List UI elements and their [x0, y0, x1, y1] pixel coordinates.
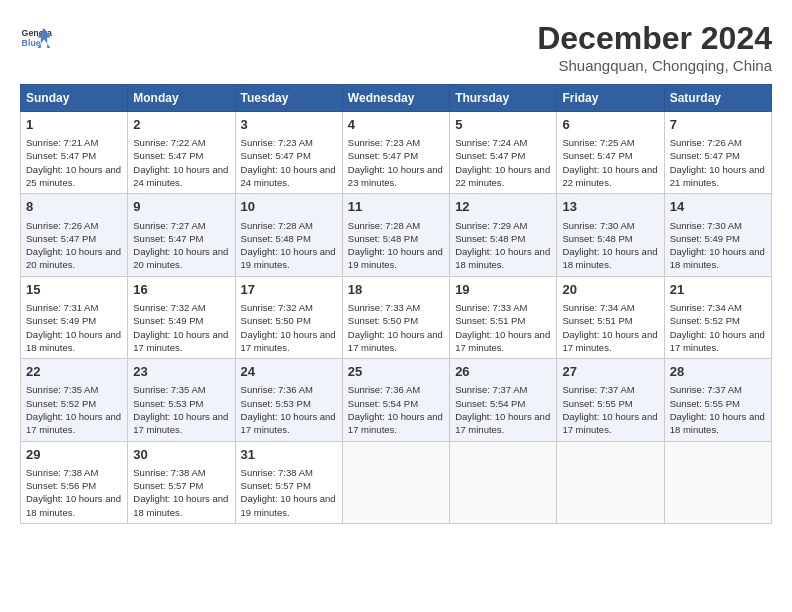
- day-info: Sunrise: 7:35 AMSunset: 5:52 PMDaylight:…: [26, 383, 122, 436]
- day-info: Sunrise: 7:28 AMSunset: 5:48 PMDaylight:…: [241, 219, 337, 272]
- day-number: 9: [133, 198, 229, 216]
- day-number: 12: [455, 198, 551, 216]
- calendar-cell: 2Sunrise: 7:22 AMSunset: 5:47 PMDaylight…: [128, 112, 235, 194]
- weekday-header-monday: Monday: [128, 85, 235, 112]
- day-info: Sunrise: 7:34 AMSunset: 5:52 PMDaylight:…: [670, 301, 766, 354]
- calendar-cell: 17Sunrise: 7:32 AMSunset: 5:50 PMDayligh…: [235, 276, 342, 358]
- page-header: General Blue December 2024 Shuangquan, C…: [20, 20, 772, 74]
- day-info: Sunrise: 7:32 AMSunset: 5:50 PMDaylight:…: [241, 301, 337, 354]
- day-info: Sunrise: 7:37 AMSunset: 5:54 PMDaylight:…: [455, 383, 551, 436]
- day-number: 10: [241, 198, 337, 216]
- calendar-cell: 7Sunrise: 7:26 AMSunset: 5:47 PMDaylight…: [664, 112, 771, 194]
- day-number: 15: [26, 281, 122, 299]
- day-number: 16: [133, 281, 229, 299]
- calendar-cell: 31Sunrise: 7:38 AMSunset: 5:57 PMDayligh…: [235, 441, 342, 523]
- day-number: 30: [133, 446, 229, 464]
- day-number: 6: [562, 116, 658, 134]
- day-info: Sunrise: 7:37 AMSunset: 5:55 PMDaylight:…: [670, 383, 766, 436]
- weekday-header-friday: Friday: [557, 85, 664, 112]
- day-info: Sunrise: 7:23 AMSunset: 5:47 PMDaylight:…: [241, 136, 337, 189]
- calendar-cell: [450, 441, 557, 523]
- day-number: 19: [455, 281, 551, 299]
- calendar-cell: 24Sunrise: 7:36 AMSunset: 5:53 PMDayligh…: [235, 359, 342, 441]
- calendar-cell: 23Sunrise: 7:35 AMSunset: 5:53 PMDayligh…: [128, 359, 235, 441]
- day-info: Sunrise: 7:26 AMSunset: 5:47 PMDaylight:…: [670, 136, 766, 189]
- day-number: 21: [670, 281, 766, 299]
- day-number: 22: [26, 363, 122, 381]
- day-info: Sunrise: 7:29 AMSunset: 5:48 PMDaylight:…: [455, 219, 551, 272]
- calendar-cell: [557, 441, 664, 523]
- weekday-header-thursday: Thursday: [450, 85, 557, 112]
- calendar-cell: 22Sunrise: 7:35 AMSunset: 5:52 PMDayligh…: [21, 359, 128, 441]
- calendar-cell: 5Sunrise: 7:24 AMSunset: 5:47 PMDaylight…: [450, 112, 557, 194]
- calendar-cell: 12Sunrise: 7:29 AMSunset: 5:48 PMDayligh…: [450, 194, 557, 276]
- day-info: Sunrise: 7:37 AMSunset: 5:55 PMDaylight:…: [562, 383, 658, 436]
- day-info: Sunrise: 7:38 AMSunset: 5:57 PMDaylight:…: [241, 466, 337, 519]
- calendar-cell: 19Sunrise: 7:33 AMSunset: 5:51 PMDayligh…: [450, 276, 557, 358]
- calendar-cell: 13Sunrise: 7:30 AMSunset: 5:48 PMDayligh…: [557, 194, 664, 276]
- day-number: 20: [562, 281, 658, 299]
- day-info: Sunrise: 7:36 AMSunset: 5:54 PMDaylight:…: [348, 383, 444, 436]
- day-number: 31: [241, 446, 337, 464]
- calendar-cell: 10Sunrise: 7:28 AMSunset: 5:48 PMDayligh…: [235, 194, 342, 276]
- calendar-cell: 20Sunrise: 7:34 AMSunset: 5:51 PMDayligh…: [557, 276, 664, 358]
- day-number: 2: [133, 116, 229, 134]
- calendar-cell: 3Sunrise: 7:23 AMSunset: 5:47 PMDaylight…: [235, 112, 342, 194]
- calendar-cell: 9Sunrise: 7:27 AMSunset: 5:47 PMDaylight…: [128, 194, 235, 276]
- logo: General Blue: [20, 20, 52, 52]
- day-info: Sunrise: 7:38 AMSunset: 5:56 PMDaylight:…: [26, 466, 122, 519]
- day-number: 11: [348, 198, 444, 216]
- logo-icon: General Blue: [20, 20, 52, 52]
- calendar-table: SundayMondayTuesdayWednesdayThursdayFrid…: [20, 84, 772, 524]
- day-info: Sunrise: 7:22 AMSunset: 5:47 PMDaylight:…: [133, 136, 229, 189]
- calendar-cell: 27Sunrise: 7:37 AMSunset: 5:55 PMDayligh…: [557, 359, 664, 441]
- day-info: Sunrise: 7:30 AMSunset: 5:48 PMDaylight:…: [562, 219, 658, 272]
- day-info: Sunrise: 7:31 AMSunset: 5:49 PMDaylight:…: [26, 301, 122, 354]
- day-number: 13: [562, 198, 658, 216]
- day-info: Sunrise: 7:28 AMSunset: 5:48 PMDaylight:…: [348, 219, 444, 272]
- day-info: Sunrise: 7:36 AMSunset: 5:53 PMDaylight:…: [241, 383, 337, 436]
- svg-text:Blue: Blue: [22, 38, 41, 48]
- calendar-cell: 26Sunrise: 7:37 AMSunset: 5:54 PMDayligh…: [450, 359, 557, 441]
- day-info: Sunrise: 7:24 AMSunset: 5:47 PMDaylight:…: [455, 136, 551, 189]
- calendar-cell: 8Sunrise: 7:26 AMSunset: 5:47 PMDaylight…: [21, 194, 128, 276]
- calendar-week-4: 22Sunrise: 7:35 AMSunset: 5:52 PMDayligh…: [21, 359, 772, 441]
- calendar-cell: 16Sunrise: 7:32 AMSunset: 5:49 PMDayligh…: [128, 276, 235, 358]
- weekday-header-sunday: Sunday: [21, 85, 128, 112]
- calendar-cell: 11Sunrise: 7:28 AMSunset: 5:48 PMDayligh…: [342, 194, 449, 276]
- day-number: 3: [241, 116, 337, 134]
- calendar-cell: 4Sunrise: 7:23 AMSunset: 5:47 PMDaylight…: [342, 112, 449, 194]
- day-number: 5: [455, 116, 551, 134]
- calendar-cell: 1Sunrise: 7:21 AMSunset: 5:47 PMDaylight…: [21, 112, 128, 194]
- calendar-cell: 30Sunrise: 7:38 AMSunset: 5:57 PMDayligh…: [128, 441, 235, 523]
- day-info: Sunrise: 7:35 AMSunset: 5:53 PMDaylight:…: [133, 383, 229, 436]
- day-info: Sunrise: 7:25 AMSunset: 5:47 PMDaylight:…: [562, 136, 658, 189]
- day-number: 24: [241, 363, 337, 381]
- day-number: 8: [26, 198, 122, 216]
- day-info: Sunrise: 7:27 AMSunset: 5:47 PMDaylight:…: [133, 219, 229, 272]
- title-block: December 2024 Shuangquan, Chongqing, Chi…: [537, 20, 772, 74]
- calendar-cell: 15Sunrise: 7:31 AMSunset: 5:49 PMDayligh…: [21, 276, 128, 358]
- day-info: Sunrise: 7:34 AMSunset: 5:51 PMDaylight:…: [562, 301, 658, 354]
- day-number: 28: [670, 363, 766, 381]
- weekday-header-saturday: Saturday: [664, 85, 771, 112]
- calendar-cell: 25Sunrise: 7:36 AMSunset: 5:54 PMDayligh…: [342, 359, 449, 441]
- calendar-cell: [342, 441, 449, 523]
- day-info: Sunrise: 7:33 AMSunset: 5:50 PMDaylight:…: [348, 301, 444, 354]
- day-number: 1: [26, 116, 122, 134]
- day-info: Sunrise: 7:23 AMSunset: 5:47 PMDaylight:…: [348, 136, 444, 189]
- day-number: 7: [670, 116, 766, 134]
- day-info: Sunrise: 7:21 AMSunset: 5:47 PMDaylight:…: [26, 136, 122, 189]
- calendar-cell: 6Sunrise: 7:25 AMSunset: 5:47 PMDaylight…: [557, 112, 664, 194]
- calendar-cell: 14Sunrise: 7:30 AMSunset: 5:49 PMDayligh…: [664, 194, 771, 276]
- location: Shuangquan, Chongqing, China: [537, 57, 772, 74]
- day-number: 25: [348, 363, 444, 381]
- month-title: December 2024: [537, 20, 772, 57]
- day-info: Sunrise: 7:32 AMSunset: 5:49 PMDaylight:…: [133, 301, 229, 354]
- day-number: 4: [348, 116, 444, 134]
- calendar-cell: 29Sunrise: 7:38 AMSunset: 5:56 PMDayligh…: [21, 441, 128, 523]
- day-number: 14: [670, 198, 766, 216]
- calendar-week-3: 15Sunrise: 7:31 AMSunset: 5:49 PMDayligh…: [21, 276, 772, 358]
- calendar-cell: 21Sunrise: 7:34 AMSunset: 5:52 PMDayligh…: [664, 276, 771, 358]
- calendar-cell: 18Sunrise: 7:33 AMSunset: 5:50 PMDayligh…: [342, 276, 449, 358]
